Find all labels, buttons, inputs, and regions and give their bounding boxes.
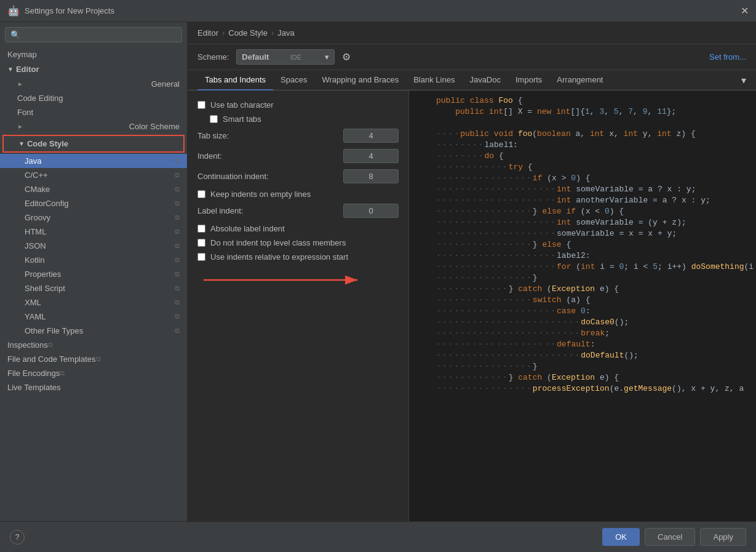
scheme-select[interactable]: Default IDE ▾	[236, 49, 335, 65]
use-tab-char-row: Use tab character	[197, 100, 399, 110]
smart-tabs-label: Smart tabs	[223, 114, 261, 124]
tab-size-label: Tab size:	[197, 131, 338, 140]
search-input[interactable]	[5, 27, 182, 42]
tab-imports[interactable]: Imports	[508, 70, 549, 90]
sidebar-item-yaml[interactable]: YAML ⧉	[0, 310, 187, 324]
code-line-25: ················}	[409, 361, 756, 372]
tab-blank-lines[interactable]: Blank Lines	[406, 70, 462, 90]
code-line-19: ················switch (a) {	[409, 295, 756, 306]
sidebar-item-groovy[interactable]: Groovy ⧉	[0, 210, 187, 225]
sidebar-item-shell-script[interactable]: Shell Script ⧉	[0, 281, 187, 295]
copy-icon-inspections: ⧉	[48, 341, 53, 349]
indent-input[interactable]	[343, 149, 399, 163]
tab-wrapping-and-braces[interactable]: Wrapping and Braces	[314, 70, 406, 90]
sidebar-item-json[interactable]: JSON ⧉	[0, 239, 187, 253]
bottom-bar: ? OK Cancel Apply	[0, 521, 756, 552]
continuation-indent-label: Continuation indent:	[197, 172, 338, 181]
content-split: Use tab character Smart tabs Tab size: I…	[188, 90, 756, 521]
smart-tabs-checkbox[interactable]	[210, 115, 218, 123]
code-line-21: ························doCase0();	[409, 317, 756, 328]
code-line-14: ················} else {	[409, 239, 756, 250]
code-line-24: ························doDefault();	[409, 350, 756, 361]
code-line-13: ····················someVariable = x = x…	[409, 228, 756, 239]
sidebar-item-file-encodings[interactable]: File Encodings ⧉	[0, 366, 187, 380]
code-line-16: ····················for (int i = 0; i < …	[409, 262, 756, 273]
keep-indents-checkbox[interactable]	[197, 190, 205, 198]
use-tab-char-label: Use tab character	[210, 100, 274, 110]
copy-icon-shell: ⧉	[175, 284, 180, 292]
indent-row: Indent:	[197, 149, 399, 163]
code-line-17: ················}	[409, 273, 756, 284]
copy-icon-groovy: ⧉	[175, 214, 180, 222]
title-text: Settings for New Projects	[25, 6, 114, 15]
tab-javadoc[interactable]: JavaDoc	[462, 70, 508, 90]
copy-icon-other: ⧉	[175, 327, 180, 335]
code-line-5: ········label1:	[409, 140, 756, 151]
help-button[interactable]: ?	[10, 530, 25, 545]
sidebar-item-cpp[interactable]: C/C++ ⧉	[0, 168, 187, 182]
keep-indents-label: Keep indents on empty lines	[210, 190, 311, 199]
title-bar: 🤖 Settings for New Projects ✕	[0, 0, 756, 22]
sidebar-item-editor[interactable]: ▼ Editor	[0, 62, 187, 77]
settings-panel: Use tab character Smart tabs Tab size: I…	[188, 90, 409, 521]
code-line-18: ············} catch (Exception e) {	[409, 284, 756, 295]
scheme-row: Scheme: Default IDE ▾ ⚙ Set from...	[188, 44, 756, 70]
smart-tabs-row: Smart tabs	[197, 114, 399, 124]
use-tab-char-checkbox[interactable]	[197, 101, 205, 109]
cancel-button[interactable]: Cancel	[645, 528, 695, 546]
copy-icon-kotlin: ⧉	[175, 256, 180, 264]
sidebar-item-file-code-templates[interactable]: File and Code Templates ⧉	[0, 352, 187, 366]
dialog-buttons: OK Cancel Apply	[602, 528, 746, 546]
tabs-more-button[interactable]: ▾	[741, 74, 746, 86]
search-bar	[0, 22, 187, 47]
right-panel: Editor › Code Style › Java Scheme: Defau…	[188, 22, 756, 521]
code-line-4: ····public void foo(boolean a, int x, in…	[409, 129, 756, 140]
sidebar: Keymap ▼ Editor ► General Code Editing F…	[0, 22, 188, 521]
sidebar-item-other-file-types[interactable]: Other File Types ⧉	[0, 324, 187, 338]
sidebar-item-keymap[interactable]: Keymap	[0, 47, 187, 62]
sidebar-item-code-style[interactable]: ▼ Code Style	[4, 136, 183, 151]
use-relative-indent-row: Use indents relative to expression start	[197, 252, 399, 262]
sidebar-item-live-templates[interactable]: Live Templates	[0, 380, 187, 394]
copy-icon-xml: ⧉	[175, 298, 180, 306]
set-from-link[interactable]: Set from...	[709, 52, 746, 62]
keep-indents-row: Keep indents on empty lines	[197, 190, 399, 199]
continuation-indent-input[interactable]	[343, 169, 399, 183]
sidebar-item-editorconfig[interactable]: EditorConfig ⧉	[0, 196, 187, 210]
do-not-indent-checkbox[interactable]	[197, 239, 205, 247]
code-line-20: ····················case 0:	[409, 306, 756, 317]
sidebar-item-xml[interactable]: XML ⧉	[0, 295, 187, 310]
use-relative-indent-label: Use indents relative to expression start	[210, 252, 348, 262]
tab-arrangement[interactable]: Arrangement	[549, 70, 610, 90]
code-line-12: ····················int someVariable = (…	[409, 217, 756, 228]
gear-icon[interactable]: ⚙	[342, 51, 351, 63]
close-button[interactable]: ✕	[741, 6, 749, 16]
sidebar-item-kotlin[interactable]: Kotlin ⧉	[0, 253, 187, 267]
tab-spaces[interactable]: Spaces	[273, 70, 314, 90]
tabs-row: Tabs and Indents Spaces Wrapping and Bra…	[188, 70, 756, 90]
absolute-label-indent-label: Absolute label indent	[210, 224, 285, 233]
tab-tabs-and-indents[interactable]: Tabs and Indents	[197, 70, 273, 90]
use-relative-indent-checkbox[interactable]	[197, 253, 205, 261]
tab-size-input[interactable]	[343, 129, 399, 143]
do-not-indent-label: Do not indent top level class members	[210, 238, 346, 247]
ok-button[interactable]: OK	[602, 528, 640, 546]
sidebar-item-java[interactable]: Java ⧉	[0, 154, 187, 168]
sidebar-item-color-scheme[interactable]: ► Color Scheme	[0, 119, 187, 134]
sidebar-item-code-editing[interactable]: Code Editing	[0, 91, 187, 105]
copy-icon-templates: ⧉	[96, 355, 101, 363]
sidebar-item-html[interactable]: HTML ⧉	[0, 225, 187, 239]
sidebar-item-inspections[interactable]: Inspections ⧉	[0, 338, 187, 352]
sidebar-item-cmake[interactable]: CMake ⧉	[0, 182, 187, 196]
absolute-label-indent-checkbox[interactable]	[197, 225, 205, 233]
sidebar-item-general[interactable]: ► General	[0, 77, 187, 91]
label-indent-input[interactable]	[343, 204, 399, 218]
apply-button[interactable]: Apply	[700, 528, 746, 546]
copy-icon-encodings: ⧉	[60, 369, 65, 377]
copy-icon-json: ⧉	[175, 242, 180, 250]
code-line-27: ················processException(e.getMe…	[409, 383, 756, 394]
code-line-9: ····················int someVariable = a…	[409, 184, 756, 195]
sidebar-item-properties[interactable]: Properties ⧉	[0, 267, 187, 281]
sidebar-item-font[interactable]: Font	[0, 105, 187, 119]
scheme-label: Scheme:	[197, 52, 229, 62]
